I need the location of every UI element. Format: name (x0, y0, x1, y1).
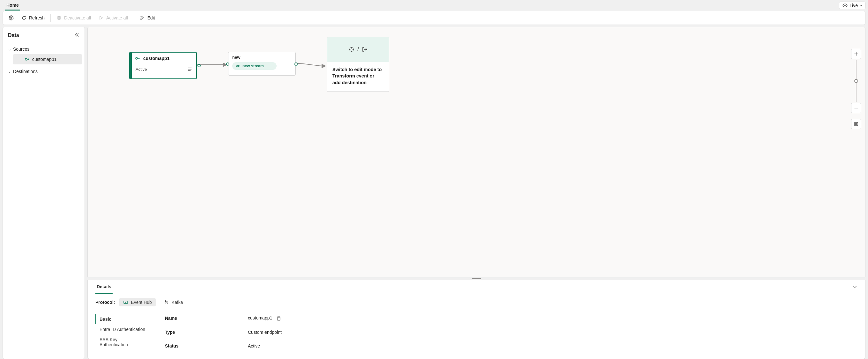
edit-icon (140, 15, 145, 21)
zoom-fit-button[interactable] (851, 119, 861, 129)
chevron-down-icon: ⌄ (8, 69, 11, 74)
destination-hint-text: Switch to edit mode to Transform event o… (327, 62, 389, 92)
pipeline-canvas[interactable]: customapp1 Active new (87, 27, 865, 278)
deactivate-all-button[interactable]: Deactivate all (53, 13, 94, 22)
svg-point-12 (165, 302, 166, 303)
minus-icon (854, 106, 859, 110)
details-nav-basic[interactable]: Basic (95, 314, 149, 324)
svg-point-14 (167, 303, 168, 304)
zoom-out-button[interactable] (851, 103, 861, 113)
play-icon (99, 15, 104, 21)
svg-point-10 (165, 301, 166, 302)
tab-home[interactable]: Home (5, 1, 20, 10)
svg-point-6 (351, 49, 352, 50)
details-panel: Details Protocol: Event Hub (87, 280, 865, 359)
protocol-kafka-label: Kafka (172, 300, 183, 305)
tree-section-sources[interactable]: ⌄ Sources (5, 45, 82, 54)
sources-label: Sources (13, 46, 29, 52)
caret-down-icon: ▾ (860, 4, 862, 7)
chevron-down-icon: ⌄ (8, 47, 11, 51)
resize-grip-icon (472, 278, 481, 279)
node-port-out[interactable] (197, 64, 200, 67)
svg-rect-2 (59, 16, 60, 20)
field-name-value-row: customapp1 (248, 315, 282, 321)
zoom-slider-track[interactable] (856, 60, 857, 102)
field-type-label: Type (165, 330, 248, 335)
zoom-in-button[interactable] (851, 49, 861, 59)
fit-screen-icon (854, 122, 859, 126)
node-status: Active (135, 67, 147, 72)
eye-icon (842, 3, 847, 8)
svg-rect-9 (124, 301, 128, 303)
pause-icon (57, 15, 62, 21)
node-port-in[interactable] (226, 63, 229, 66)
node-title: customapp1 (143, 56, 169, 61)
collapse-details-button[interactable] (852, 284, 858, 290)
protocol-row: Protocol: Event Hub (88, 294, 865, 310)
sidebar-item-label: customapp1 (32, 57, 57, 62)
node-stream-new[interactable]: new new-stream (228, 52, 296, 75)
field-name-value: customapp1 (248, 315, 272, 320)
refresh-icon (21, 15, 27, 21)
sidebar-title: Data (8, 33, 19, 38)
copy-name-button[interactable] (276, 316, 281, 321)
separator-slash: / (357, 46, 359, 53)
protocol-kafka-button[interactable]: Kafka (160, 298, 187, 306)
endpoint-icon (135, 56, 140, 61)
protocol-eventhub-label: Event Hub (131, 300, 152, 305)
svg-rect-15 (278, 318, 280, 320)
details-nav: Basic Entra ID Authentication SAS Key Au… (95, 312, 156, 352)
transform-icon (348, 46, 355, 53)
eventhub-icon (123, 300, 128, 305)
stream-title: new (232, 55, 291, 60)
tab-details[interactable]: Details (95, 280, 113, 294)
chevron-down-icon (852, 284, 858, 289)
stream-pill-label: new-stream (243, 64, 264, 68)
refresh-button[interactable]: Refresh (18, 13, 48, 22)
deactivate-all-label: Deactivate all (64, 15, 91, 21)
chevron-double-left-icon (74, 32, 80, 37)
toolbar: Refresh Deactivate all Activate all Edit (3, 11, 865, 25)
copy-icon (276, 316, 281, 321)
settings-button[interactable] (5, 13, 17, 22)
sidebar-item-customapp1[interactable]: customapp1 (13, 54, 82, 64)
details-properties: Name customapp1 Type Custom endpoint Sta… (156, 312, 282, 352)
zoom-slider-thumb[interactable] (854, 79, 858, 83)
details-nav-sas[interactable]: SAS Key Authentication (95, 334, 149, 350)
svg-rect-1 (58, 16, 59, 20)
field-name-label: Name (165, 316, 248, 321)
svg-point-5 (350, 47, 353, 51)
svg-rect-7 (855, 123, 858, 126)
node-destination-placeholder[interactable]: / Switch to edit mode to Transform event… (327, 37, 389, 92)
kafka-icon (164, 300, 169, 305)
node-source-customapp1[interactable]: customapp1 Active (129, 52, 197, 79)
field-status-label: Status (165, 344, 248, 349)
svg-point-3 (25, 58, 27, 60)
collapse-sidebar-button[interactable] (74, 32, 80, 38)
zoom-controls (851, 49, 861, 129)
protocol-label: Protocol: (95, 300, 115, 305)
svg-point-0 (844, 5, 846, 6)
toolbar-separator (134, 14, 134, 22)
edge-stream-to-dest (296, 62, 328, 68)
tree-section-destinations[interactable]: ⌄ Destinations (5, 67, 82, 76)
live-mode-label: Live (849, 3, 858, 8)
svg-point-11 (165, 303, 166, 304)
svg-point-13 (167, 301, 168, 302)
stream-icon (236, 64, 240, 68)
details-nav-entra[interactable]: Entra ID Authentication (95, 324, 149, 334)
protocol-eventhub-button[interactable]: Event Hub (119, 298, 155, 306)
activate-all-button[interactable]: Activate all (95, 13, 131, 22)
destinations-label: Destinations (13, 69, 38, 74)
stream-pill[interactable]: new-stream (232, 62, 277, 70)
endpoint-icon (25, 57, 30, 62)
live-mode-dropdown[interactable]: Live ▾ (839, 2, 865, 9)
node-port-out[interactable] (294, 63, 298, 66)
toolbar-separator (51, 14, 51, 22)
field-status-value: Active (248, 344, 282, 349)
output-icon (362, 46, 368, 53)
edit-button[interactable]: Edit (136, 13, 158, 22)
panel-resize-handle[interactable] (87, 278, 865, 280)
field-type-value: Custom endpoint (248, 330, 282, 335)
gear-icon (9, 15, 14, 21)
